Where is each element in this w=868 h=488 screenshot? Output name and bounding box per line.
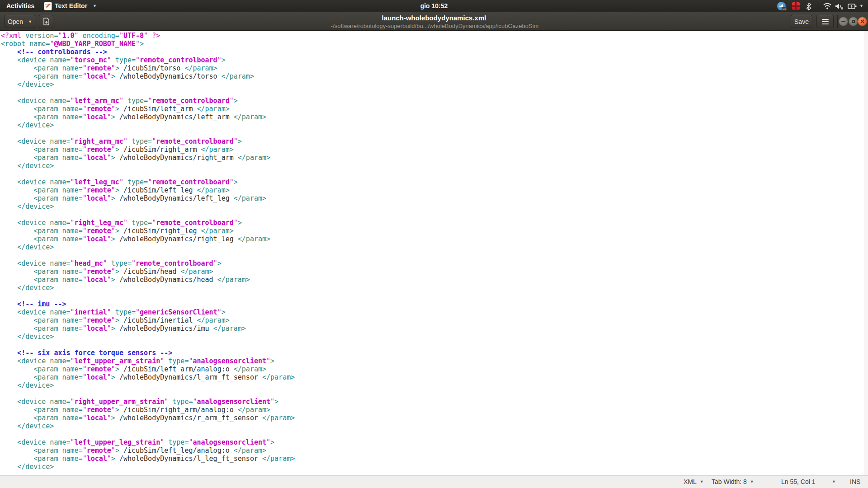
code-line[interactable]: <param name="remote"> /icubSim/left_arm/… xyxy=(1,365,863,373)
new-document-icon xyxy=(43,18,50,25)
chevron-down-icon: ▼ xyxy=(93,0,97,12)
code-line[interactable]: </device> xyxy=(1,243,863,251)
code-line[interactable]: </device> xyxy=(1,284,863,292)
code-line[interactable]: <param name="remote"> /icubSim/left_arm … xyxy=(1,105,863,113)
goto-line-dropdown[interactable]: ▼ xyxy=(832,476,836,488)
code-line[interactable]: <device name="left_leg_mc" type="remote_… xyxy=(1,178,863,186)
code-line[interactable]: <device name="left_upper_arm_strain" typ… xyxy=(1,357,863,365)
statusbar: XML ▼ Tab Width: 8 ▼ Ln 55, Col 1 ▼ INS xyxy=(0,475,868,488)
code-line[interactable] xyxy=(1,292,863,300)
volume-muted-icon[interactable] xyxy=(835,3,844,10)
code-line[interactable]: <param name="remote"> /icubSim/inertial … xyxy=(1,316,863,324)
battery-icon[interactable] xyxy=(848,3,857,9)
code-line[interactable]: </device> xyxy=(1,80,863,89)
app-menu[interactable]: Text Editor ▼ xyxy=(44,0,97,12)
close-button[interactable]: ✕ xyxy=(858,17,867,26)
chevron-down-icon: ▼ xyxy=(28,19,32,24)
code-line[interactable]: <!-- imu --> xyxy=(1,300,863,308)
bluetooth-icon[interactable] xyxy=(806,2,811,10)
code-line[interactable]: <param name="local"> /wholeBodyDynamics/… xyxy=(1,373,863,381)
screen-recorder-tray-icon[interactable]: 03 xyxy=(777,2,786,10)
language-selector[interactable]: XML ▼ xyxy=(684,476,704,488)
code-line[interactable]: <device name="torso_mc" type="remote_con… xyxy=(1,56,863,64)
code-line[interactable]: </device> xyxy=(1,422,863,430)
clock-label: gio 10:52 xyxy=(420,0,448,12)
tab-width-label: Tab Width: 8 xyxy=(712,476,747,488)
language-label: XML xyxy=(684,476,697,488)
code-line[interactable]: <?xml version="1.0" encoding="UTF-8" ?> xyxy=(1,32,863,40)
code-line[interactable]: <param name="remote"> /icubSim/left_leg/… xyxy=(1,446,863,455)
save-button[interactable]: Save xyxy=(791,15,812,28)
code-line[interactable] xyxy=(1,341,863,349)
top-panel: Activities Text Editor ▼ gio 10:52 03 xyxy=(0,0,868,12)
code-line[interactable]: <param name="remote"> /icubSim/head </pa… xyxy=(1,267,863,276)
code-line[interactable]: <device name="right_upper_arm_strain" ty… xyxy=(1,398,863,406)
code-line[interactable] xyxy=(1,430,863,438)
cursor-position[interactable]: Ln 55, Col 1 xyxy=(781,476,816,488)
code-line[interactable] xyxy=(1,251,863,259)
headerbar-separator xyxy=(837,15,838,28)
code-line[interactable]: </device> xyxy=(1,463,863,471)
system-tray: 03 xyxy=(771,0,863,12)
code-line[interactable]: <param name="local"> /wholeBodyDynamics/… xyxy=(1,324,863,333)
activities-button[interactable]: Activities xyxy=(6,0,34,12)
clock[interactable]: gio 10:52 xyxy=(420,0,448,12)
scrollbar[interactable] xyxy=(864,31,868,475)
code-line[interactable]: <param name="local"> /wholeBodyDynamics/… xyxy=(1,154,863,162)
code-line[interactable] xyxy=(1,129,863,137)
code-line[interactable]: <param name="local"> /wholeBodyDynamics/… xyxy=(1,113,863,121)
code-line[interactable]: <param name="local"> /wholeBodyDynamics/… xyxy=(1,414,863,422)
text-editor-area[interactable]: <?xml version="1.0" encoding="UTF-8" ?><… xyxy=(0,31,868,475)
tray-chevron-down-icon[interactable]: ▼ xyxy=(859,0,863,12)
chevron-down-icon: ▼ xyxy=(750,476,754,488)
code-line[interactable]: <!-- controlboards --> xyxy=(1,48,863,56)
app-menu-label: Text Editor xyxy=(55,0,87,12)
insert-mode-indicator: INS xyxy=(850,476,860,488)
code-line[interactable]: </device> xyxy=(1,162,863,170)
maximize-button[interactable] xyxy=(849,17,858,26)
code-line[interactable]: <param name="remote"> /icubSim/right_leg… xyxy=(1,227,863,235)
code-line[interactable]: <param name="remote"> /icubSim/right_arm… xyxy=(1,406,863,414)
code-line[interactable] xyxy=(1,170,863,178)
code-line[interactable]: <param name="local"> /wholeBodyDynamics/… xyxy=(1,276,863,284)
code-line[interactable]: <param name="local"> /wholeBodyDynamics/… xyxy=(1,194,863,202)
code-line[interactable]: <device name="right_arm_mc" type="remote… xyxy=(1,137,863,145)
code-line[interactable] xyxy=(1,89,863,97)
document-path: ~/software/robotology-superbuild/bu.../w… xyxy=(231,22,637,30)
new-document-button[interactable] xyxy=(39,15,53,28)
code-line[interactable]: <param name="local"> /wholeBodyDynamics/… xyxy=(1,72,863,80)
code-line[interactable]: <!-- six axis force torque sensors --> xyxy=(1,349,863,357)
code-line[interactable]: </device> xyxy=(1,121,863,129)
code-line[interactable]: <param name="local"> /wholeBodyDynamics/… xyxy=(1,455,863,463)
open-button-label: Open xyxy=(8,18,23,25)
code-line[interactable]: <param name="remote"> /icubSim/left_leg … xyxy=(1,186,863,194)
activities-label: Activities xyxy=(6,0,34,12)
code-line[interactable]: <param name="local"> /wholeBodyDynamics/… xyxy=(1,235,863,243)
code-line[interactable]: <param name="remote"> /icubSim/torso </p… xyxy=(1,64,863,72)
code-line[interactable] xyxy=(1,389,863,398)
package-indicator-tray-icon[interactable] xyxy=(792,2,800,10)
document-title: launch-wholebodydynamics.xml xyxy=(231,14,637,22)
window-title-area: launch-wholebodydynamics.xml ~/software/… xyxy=(231,14,637,30)
open-button[interactable]: Open ▼ xyxy=(5,15,35,28)
minimize-button[interactable] xyxy=(839,17,848,26)
code-line[interactable]: <device name="head_mc" type="remote_cont… xyxy=(1,259,863,267)
hamburger-icon xyxy=(822,18,829,26)
hamburger-menu-button[interactable] xyxy=(816,15,834,28)
text-editor-icon xyxy=(44,2,52,10)
headerbar: Open ▼ launch-wholebodydynamics.xml ~/so… xyxy=(0,12,868,31)
code-line[interactable]: <device name="left_arm_mc" type="remote_… xyxy=(1,97,863,105)
code-line[interactable]: <param name="remote"> /icubSim/right_arm… xyxy=(1,145,863,154)
chevron-down-icon: ▼ xyxy=(832,476,836,488)
cursor-position-label: Ln 55, Col 1 xyxy=(781,476,816,488)
code-line[interactable]: </device> xyxy=(1,381,863,389)
code-line[interactable] xyxy=(1,211,863,219)
code-line[interactable]: </device> xyxy=(1,333,863,341)
tab-width-selector[interactable]: Tab Width: 8 ▼ xyxy=(712,476,754,488)
code-line[interactable]: <device name="inertial" type="genericSen… xyxy=(1,308,863,316)
wifi-icon[interactable] xyxy=(823,3,831,9)
code-line[interactable]: <device name="left_upper_leg_strain" typ… xyxy=(1,438,863,446)
code-line[interactable]: </device> xyxy=(1,202,863,211)
code-line[interactable]: <robot name="@WBD_YARP_ROBOT_NAME"> xyxy=(1,40,863,48)
code-line[interactable]: <device name="right_leg_mc" type="remote… xyxy=(1,219,863,227)
